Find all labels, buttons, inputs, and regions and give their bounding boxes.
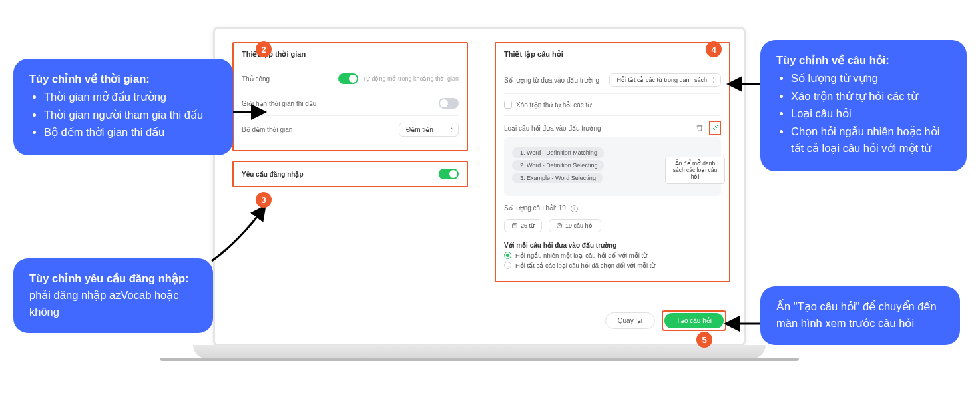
qtype-pill-1: 1. Word - Definition Matching [512, 147, 604, 158]
time-section-title: Thiết lập thời gian [242, 50, 459, 59]
shuffle-label: Xáo trộn thứ tự hỏi các từ [516, 101, 591, 109]
create-button-highlight: Tạo câu hỏi [662, 310, 726, 331]
arrow-to-question [720, 77, 760, 93]
row-shuffle: Xáo trộn thứ tự hỏi các từ [504, 94, 721, 116]
radio-random[interactable] [504, 252, 511, 259]
arrow-to-time [233, 105, 273, 121]
radio-all-label: Hỏi tất cả các loại câu hỏi đã chọn đối … [515, 262, 655, 269]
strategy-label: Với mỗi câu hỏi đưa vào đấu trường [504, 242, 721, 249]
time-settings-box: Thiết lập thời gian Thủ công Tự động mở … [232, 42, 468, 151]
radio-all[interactable] [504, 262, 511, 269]
badge-2: 2 [256, 41, 272, 57]
question-icon [556, 222, 563, 229]
callout-question-item-3: Loại câu hỏi [791, 105, 951, 122]
login-label: Yêu cầu đăng nhập [242, 171, 304, 178]
callout-question-list: Số lượng từ vựng Xáo trộn thứ tự hỏi các… [791, 70, 951, 157]
wordcount-select[interactable]: Hỏi tất cả các từ trong danh sách [609, 73, 721, 87]
shuffle-checkbox[interactable] [504, 101, 512, 109]
info-icon[interactable]: i [571, 205, 578, 212]
back-button[interactable]: Quay lại [605, 312, 655, 329]
row-timer: Bộ đếm thời gian Đếm tiến [242, 116, 459, 143]
callout-time-list: Thời gian mở đấu trường Thời gian người … [44, 89, 217, 141]
laptop-mockup: Thiết lập thời gian Thủ công Tự động mở … [213, 27, 746, 366]
footer-buttons: Quay lại Tạo câu hỏi [605, 310, 726, 331]
qcount-label: Số lượng câu hỏi: 19 [504, 204, 566, 212]
pill-questions: 19 câu hỏi [549, 219, 601, 232]
radio-random-label: Hỏi ngẫu nhiên một loại câu hỏi đối với … [515, 252, 647, 259]
laptop-screen: Thiết lập thời gian Thủ công Tự động mở … [213, 27, 746, 346]
pill-words: 26 từ [504, 219, 542, 232]
list-icon [511, 222, 518, 229]
badge-4: 4 [706, 41, 722, 57]
callout-time: Tùy chỉnh về thời gian: Thời gian mở đấu… [13, 59, 233, 155]
manual-toggle[interactable] [338, 73, 358, 84]
badge-3: 3 [256, 192, 272, 208]
timer-select[interactable]: Đếm tiến [399, 123, 459, 137]
limit-toggle[interactable] [439, 98, 459, 109]
qcount-row: Số lượng câu hỏi: 19 i 26 từ 19 câu hỏi [504, 197, 721, 232]
manual-hint: Tự động mở trong khoảng thời gian [362, 75, 459, 82]
wordcount-label: Số lượng từ đưa vào đấu trường [504, 77, 599, 84]
question-section-title: Thiết lập câu hỏi [504, 50, 721, 59]
qtype-1-label: 1. Word - Definition Matching [520, 149, 597, 156]
edit-tooltip: Ấn để mở danh sách các loại câu hỏi [665, 157, 725, 184]
callout-login-rest: phải đăng nhập azVocab hoặc không [29, 289, 179, 318]
qtype-pill-3: 3. Example - Word Selecting [512, 173, 603, 183]
app-content: Thiết lập thời gian Thủ công Tự động mở … [215, 29, 746, 346]
callout-question-item-2: Xáo trộn thứ tự hỏi các từ [791, 88, 951, 105]
callout-time-title: Tùy chỉnh về thời gian: [29, 73, 150, 85]
callout-time-item-3: Bộ đếm thời gian thi đấu [44, 124, 217, 141]
arrow-to-create [718, 317, 760, 333]
pill-words-label: 26 từ [521, 222, 535, 229]
qtype-label: Loại câu hỏi đưa vào đấu trường [504, 125, 601, 132]
callout-question-title: Tùy chỉnh về câu hỏi: [776, 54, 889, 66]
radio-row-all[interactable]: Hỏi tất cả các loại câu hỏi đã chọn đối … [504, 262, 721, 269]
callout-login-strong: Tùy chỉnh yêu cầu đăng nhập: [29, 272, 189, 284]
callout-time-item-2: Thời gian người tham gia thi đấu [44, 107, 217, 123]
manual-label: Thủ công [242, 75, 270, 83]
strategy-group: Với mỗi câu hỏi đưa vào đấu trường Hỏi n… [504, 235, 721, 269]
callout-question-item-4: Chọn hỏi ngẫu nhiên hoặc hỏi tất cả loại… [791, 123, 951, 157]
callout-time-item-1: Thời gian mở đấu trường [44, 89, 217, 105]
row-wordcount: Số lượng từ đưa vào đấu trường Hỏi tất c… [504, 67, 721, 94]
qtype-pill-2: 2. Word - Definition Selecting [512, 160, 604, 171]
login-box: Yêu cầu đăng nhập [232, 161, 468, 187]
callout-create-text: Ấn "Tạo câu hỏi" để chuyển đến màn hình … [776, 300, 937, 329]
login-toggle[interactable] [439, 169, 459, 179]
badge-5: 5 [696, 332, 712, 348]
callout-login: Tùy chỉnh yêu cầu đăng nhập: phải đăng n… [13, 258, 213, 333]
callout-question: Tùy chỉnh về câu hỏi: Số lượng từ vựng X… [760, 40, 967, 171]
callout-question-item-1: Số lượng từ vựng [791, 70, 951, 87]
laptop-lip [160, 358, 799, 361]
arrow-to-login [206, 201, 273, 270]
trash-icon[interactable] [694, 123, 705, 133]
edit-qtypes-button[interactable] [709, 121, 721, 135]
qtype-3-label: 3. Example - Word Selecting [520, 175, 596, 181]
laptop-base [193, 345, 766, 358]
row-login: Yêu cầu đăng nhập [242, 169, 459, 179]
timer-label: Bộ đếm thời gian [242, 126, 292, 133]
callout-create: Ấn "Tạo câu hỏi" để chuyển đến màn hình … [760, 286, 960, 345]
row-limit: Giới hạn thời gian thi đấu [242, 91, 459, 116]
qtype-2-label: 2. Word - Definition Selecting [520, 162, 597, 169]
pill-questions-label: 19 câu hỏi [565, 222, 594, 229]
create-button[interactable]: Tạo câu hỏi [664, 313, 724, 328]
row-manual: Thủ công Tự động mở trong khoảng thời gi… [242, 67, 459, 91]
radio-row-random[interactable]: Hỏi ngẫu nhiên một loại câu hỏi đối với … [504, 252, 721, 259]
